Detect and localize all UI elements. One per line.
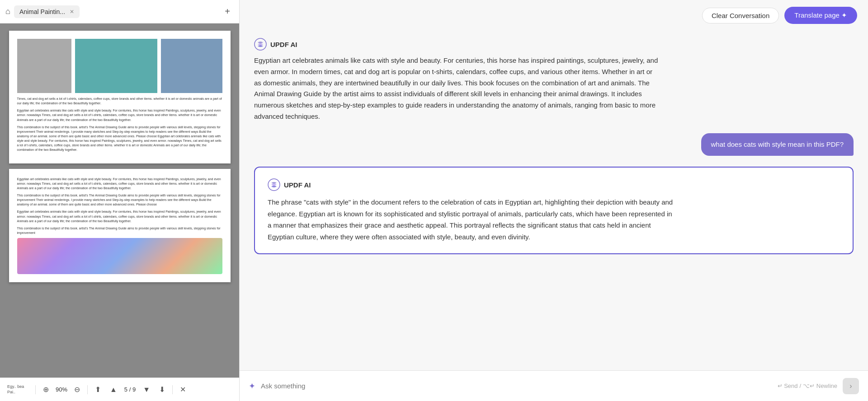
ai-header-1: UPDF AI [254, 38, 854, 51]
zoom-out-button[interactable]: ⊖ [72, 383, 82, 396]
ai-header-2: UPDF AI [268, 178, 840, 191]
translate-page-button[interactable]: Translate page ✦ [784, 7, 857, 24]
divider-1 [35, 385, 36, 394]
ai-response-text: The phrase "cats with style" in the docu… [268, 196, 675, 242]
ai-response-card: UPDF AI The phrase "cats with style" in … [254, 167, 854, 254]
ai-message-1: UPDF AI Egyptian art celebrates animals … [254, 38, 854, 122]
pdf-page-2: Egyptian art celebrates animals like cat… [9, 169, 231, 283]
pdf-page-1: Times, cat and dog art sells a lot of t-… [9, 31, 231, 163]
left-panel: ⌂ Animal Paintin... ✕ + Times, cat and d… [0, 0, 240, 401]
page-nav: 5 / 9 [124, 386, 136, 393]
right-panel: Clear Conversation Translate page ✦ UPDF… [240, 0, 868, 401]
user-message-1: what does cats with style mean in this P… [254, 133, 854, 156]
pdf-text-2: Egyptian art celebrates animals like cat… [17, 108, 222, 122]
page-prev-button[interactable]: ▲ [108, 384, 119, 396]
chat-area[interactable]: UPDF AI Egyptian art celebrates animals … [240, 31, 868, 370]
minus-circle-icon: ⊖ [74, 385, 80, 394]
pdf-text-5: This combination is the subject of this … [17, 193, 222, 207]
page-preview-text: Egy.. bea Pai.. [7, 384, 30, 395]
right-header: Clear Conversation Translate page ✦ [240, 0, 868, 31]
tab-animal-painting[interactable]: Animal Paintin... ✕ [14, 5, 80, 18]
zoom-control: ⊕ 90% ⊖ [41, 383, 82, 396]
ai-label-1: UPDF AI [270, 41, 297, 48]
tab-label: Animal Paintin... [19, 8, 65, 15]
clear-conversation-button[interactable]: Clear Conversation [702, 8, 779, 23]
divider-3 [172, 385, 173, 394]
updf-logo-icon-2 [268, 178, 280, 191]
send-hint: ↵ Send [778, 382, 798, 389]
user-bubble-1: what does cats with style mean in this P… [701, 133, 854, 156]
ai-message-text-1: Egyptian art celebrates animals like cat… [254, 55, 661, 122]
updf-logo-icon [254, 38, 267, 51]
close-toolbar-button[interactable]: ✕ [178, 383, 188, 396]
tab-bar: ⌂ Animal Paintin... ✕ + [0, 0, 239, 23]
pdf-text-6: Egyptian art celebrates animals like cat… [17, 210, 222, 223]
pdf-text-3: This combination is the subject of this … [17, 125, 222, 153]
send-button[interactable]: › [843, 378, 859, 394]
page-last-button[interactable]: ⬇ [157, 383, 167, 396]
ai-label-2: UPDF AI [284, 181, 311, 189]
chat-input-field[interactable] [261, 382, 772, 390]
sparkle-icon: ✦ [249, 381, 255, 391]
pdf-text-7: This combination is the subject of this … [17, 226, 222, 235]
bottom-toolbar: Egy.. bea Pai.. ⊕ 90% ⊖ ⬆ ▲ 5 / 9 ▼ ⬇ ✕ [0, 378, 239, 401]
divider-2 [87, 385, 88, 394]
add-tab-button[interactable]: + [221, 5, 234, 18]
home-icon[interactable]: ⌂ [5, 7, 10, 16]
pdf-viewer[interactable]: Times, cat and dog art sells a lot of t-… [0, 23, 239, 378]
send-icon: › [849, 382, 852, 390]
newline-hint: ⌥↵ Newline [803, 382, 837, 389]
zoom-in-button[interactable]: ⊕ [41, 383, 51, 396]
input-hints: ↵ Send / ⌥↵ Newline [778, 382, 837, 389]
pdf-text-1: Times, cat and dog art sells a lot of t-… [17, 97, 222, 106]
page-next-button[interactable]: ▼ [141, 384, 152, 396]
hint-sep: / [800, 382, 802, 389]
plus-circle-icon: ⊕ [43, 385, 49, 394]
pdf-text-4: Egyptian art celebrates animals like cat… [17, 177, 222, 191]
page-first-button[interactable]: ⬆ [93, 383, 103, 396]
tab-close-icon[interactable]: ✕ [70, 9, 74, 15]
chat-input-bar: ✦ ↵ Send / ⌥↵ Newline › [240, 370, 868, 401]
zoom-value: 90% [52, 386, 71, 393]
